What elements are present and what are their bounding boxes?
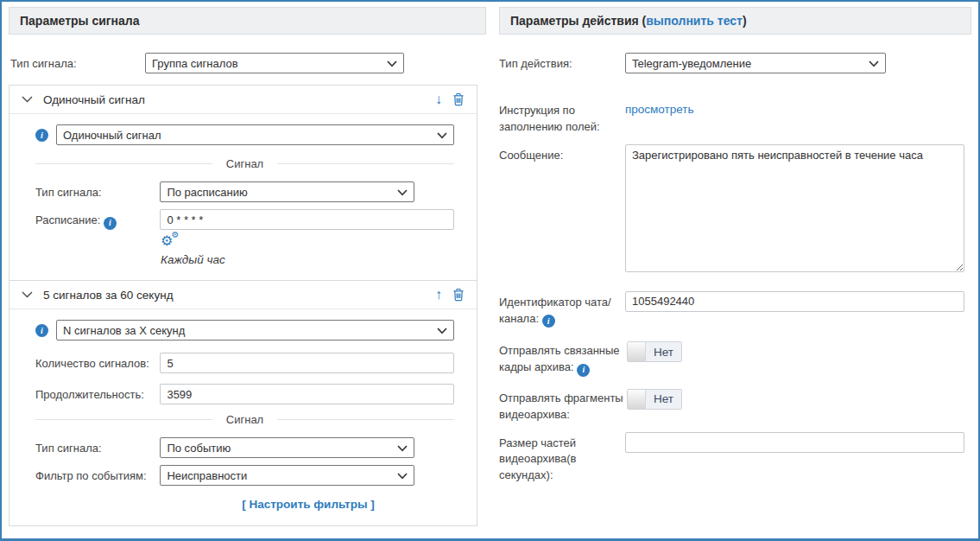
info-icon[interactable]: i	[35, 129, 48, 142]
group-signal-card-title: 5 сигналов за 60 секунд	[43, 289, 174, 302]
divider-label: Сигнал	[212, 413, 277, 426]
divider-line	[35, 163, 212, 164]
signal-type-label: Тип сигнала:	[35, 181, 160, 202]
collapse-chevron-icon[interactable]	[22, 291, 33, 298]
single-signal-card-body: i Одиночный сигнал Сигнал Тип сигнала:	[9, 114, 477, 280]
divider-line	[35, 419, 212, 420]
action-panel-title-suffix: )	[743, 14, 747, 28]
cron-input[interactable]	[160, 209, 454, 230]
settings-window: Параметры сигнала Тип сигнала: Группа си…	[0, 0, 980, 541]
signal-type-label: Тип сигнала:	[35, 437, 160, 458]
action-type-select-wrap: Telegram-уведомление	[625, 53, 886, 73]
info-icon[interactable]: i	[577, 364, 590, 377]
signal-kind-select[interactable]: Одиночный сигнал	[56, 124, 454, 145]
signal-count-row: Количество сигналов:	[35, 353, 454, 373]
schedule-type-select-wrap: По расписанию	[160, 181, 414, 202]
toggle-state-label: Нет	[646, 390, 681, 409]
info-icon[interactable]: i	[104, 217, 117, 230]
info-icon[interactable]: i	[542, 315, 555, 328]
action-panel-title-prefix: Параметры действия (	[510, 14, 646, 28]
group-kind-select[interactable]: N сигналов за X секунд	[56, 320, 454, 341]
chunk-size-input[interactable]	[625, 432, 964, 453]
configure-filters-link[interactable]: [ Настроить фильтры ]	[242, 498, 375, 511]
action-type-row: Тип действия: Telegram-уведомление	[499, 53, 971, 73]
duration-row: Продолжительность:	[35, 384, 454, 404]
event-filter-select[interactable]: Неисправности	[160, 465, 414, 486]
group-kind-select-wrap: N сигналов за X секунд	[56, 320, 454, 341]
send-fragments-row: Отправлять фрагменты видеоархива: Нет	[499, 387, 971, 423]
divider-line	[277, 419, 454, 420]
view-instruction-link[interactable]: просмотреть	[625, 103, 694, 116]
action-parameters-panel: Параметры действия (выполнить тест) Тип …	[499, 7, 971, 484]
chat-id-row: Идентификатор чата/канала: i	[499, 291, 971, 328]
event-filter-row: Фильтр по событиям: Неисправности	[35, 465, 454, 486]
group-signal-card-body: i N сигналов за X секунд Количество сигн…	[9, 309, 477, 525]
send-fragments-toggle[interactable]: Нет	[627, 389, 682, 410]
toggle-knob	[628, 342, 646, 361]
signal-panel-title: Параметры сигнала	[20, 14, 140, 28]
send-frames-row: Отправлять связанные кадры архива: i Нет	[499, 340, 971, 377]
action-type-select[interactable]: Telegram-уведомление	[625, 53, 886, 73]
run-test-link[interactable]: выполнить тест	[646, 14, 743, 28]
duration-label: Продолжительность:	[35, 384, 160, 404]
signal-panel-header: Параметры сигнала	[9, 7, 486, 35]
event-type-row: Тип сигнала: По событию	[35, 437, 454, 458]
signal-count-input[interactable]	[160, 353, 454, 373]
group-signal-card: 5 сигналов за 60 секунд ↑ i N сигналов з…	[9, 280, 477, 526]
send-frames-label: Отправлять связанные кадры архива: i	[499, 340, 625, 377]
cron-builder-icon[interactable]: ⚙⚙	[161, 234, 173, 248]
signal-type-label: Тип сигнала:	[9, 53, 145, 73]
single-signal-card-title: Одиночный сигнал	[43, 93, 145, 106]
event-filter-select-wrap: Неисправности	[160, 465, 414, 486]
chat-id-input[interactable]	[625, 291, 964, 312]
signal-divider: Сигнал	[35, 157, 454, 170]
send-frames-toggle[interactable]: Нет	[627, 341, 682, 362]
signal-type-select-wrap: Группа сигналов	[145, 53, 404, 73]
delete-card-icon[interactable]	[452, 288, 465, 302]
message-label: Сообщение:	[499, 144, 625, 275]
schedule-type-row: Тип сигнала: По расписанию	[35, 181, 454, 202]
message-textarea[interactable]: Зарегистрировано пять неисправностей в т…	[625, 144, 964, 272]
message-row: Сообщение: Зарегистрировано пять неиспра…	[499, 144, 971, 275]
group-signal-card-header[interactable]: 5 сигналов за 60 секунд ↑	[9, 281, 477, 309]
signal-group-type-row: Тип сигнала: Группа сигналов	[9, 53, 486, 73]
instruction-label: Инструкция по заполнению полей:	[499, 99, 625, 136]
instruction-row: Инструкция по заполнению полей: просмотр…	[499, 99, 971, 136]
action-panel-header: Параметры действия (выполнить тест)	[499, 7, 971, 35]
single-signal-card-header[interactable]: Одиночный сигнал ↓	[9, 86, 477, 114]
schedule-hint: Каждый час	[161, 253, 454, 266]
delete-card-icon[interactable]	[452, 92, 465, 106]
chunk-size-label: Размер частей видеоархива(в секундах):	[499, 432, 625, 485]
action-type-label: Тип действия:	[499, 53, 625, 73]
event-type-select[interactable]: По событию	[160, 437, 414, 458]
cron-row: Расписание: i	[35, 209, 454, 230]
move-down-icon[interactable]: ↓	[435, 92, 442, 106]
chunk-size-row: Размер частей видеоархива(в секундах):	[499, 432, 971, 485]
collapse-chevron-icon[interactable]	[22, 96, 33, 103]
schedule-type-select[interactable]: По расписанию	[160, 181, 414, 202]
divider-label: Сигнал	[212, 157, 277, 170]
move-up-icon[interactable]: ↑	[435, 288, 442, 302]
single-signal-card: Одиночный сигнал ↓ i Одиночный сигнал	[9, 85, 477, 281]
signal-divider: Сигнал	[35, 413, 454, 426]
signal-kind-select-wrap: Одиночный сигнал	[56, 124, 454, 145]
signal-type-select[interactable]: Группа сигналов	[145, 53, 404, 73]
toggle-state-label: Нет	[646, 342, 681, 361]
send-fragments-label: Отправлять фрагменты видеоархива:	[499, 387, 625, 423]
toggle-knob	[628, 390, 646, 409]
signal-parameters-panel: Параметры сигнала Тип сигнала: Группа си…	[9, 7, 486, 526]
divider-line	[277, 163, 454, 164]
duration-input[interactable]	[160, 384, 454, 404]
signal-count-label: Количество сигналов:	[35, 353, 160, 373]
event-filter-label: Фильтр по событиям:	[35, 465, 160, 486]
schedule-label: Расписание: i	[35, 209, 160, 230]
event-type-select-wrap: По событию	[160, 437, 414, 458]
info-icon[interactable]: i	[35, 324, 48, 337]
chat-id-label: Идентификатор чата/канала: i	[499, 291, 625, 328]
